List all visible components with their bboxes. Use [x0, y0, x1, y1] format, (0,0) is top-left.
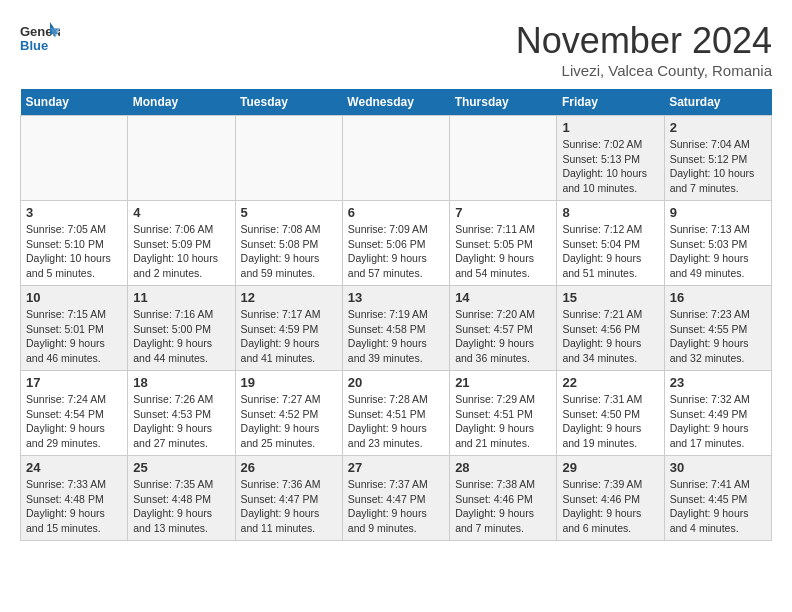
day-info: Sunrise: 7:04 AMSunset: 5:12 PMDaylight:… — [670, 137, 766, 196]
logo: General Blue — [20, 20, 60, 56]
day-number: 3 — [26, 205, 122, 220]
day-number: 19 — [241, 375, 337, 390]
day-info: Sunrise: 7:20 AMSunset: 4:57 PMDaylight:… — [455, 307, 551, 366]
day-number: 27 — [348, 460, 444, 475]
calendar-cell: 26Sunrise: 7:36 AMSunset: 4:47 PMDayligh… — [235, 456, 342, 541]
calendar-cell: 11Sunrise: 7:16 AMSunset: 5:00 PMDayligh… — [128, 286, 235, 371]
day-info: Sunrise: 7:17 AMSunset: 4:59 PMDaylight:… — [241, 307, 337, 366]
calendar-cell — [342, 116, 449, 201]
calendar-cell: 8Sunrise: 7:12 AMSunset: 5:04 PMDaylight… — [557, 201, 664, 286]
day-info: Sunrise: 7:11 AMSunset: 5:05 PMDaylight:… — [455, 222, 551, 281]
calendar-cell: 28Sunrise: 7:38 AMSunset: 4:46 PMDayligh… — [450, 456, 557, 541]
calendar-cell: 5Sunrise: 7:08 AMSunset: 5:08 PMDaylight… — [235, 201, 342, 286]
day-number: 14 — [455, 290, 551, 305]
day-number: 18 — [133, 375, 229, 390]
calendar-cell: 4Sunrise: 7:06 AMSunset: 5:09 PMDaylight… — [128, 201, 235, 286]
calendar-cell: 14Sunrise: 7:20 AMSunset: 4:57 PMDayligh… — [450, 286, 557, 371]
day-info: Sunrise: 7:12 AMSunset: 5:04 PMDaylight:… — [562, 222, 658, 281]
day-info: Sunrise: 7:32 AMSunset: 4:49 PMDaylight:… — [670, 392, 766, 451]
calendar-cell: 7Sunrise: 7:11 AMSunset: 5:05 PMDaylight… — [450, 201, 557, 286]
calendar-cell: 27Sunrise: 7:37 AMSunset: 4:47 PMDayligh… — [342, 456, 449, 541]
title-section: November 2024 Livezi, Valcea County, Rom… — [516, 20, 772, 79]
day-info: Sunrise: 7:21 AMSunset: 4:56 PMDaylight:… — [562, 307, 658, 366]
day-number: 29 — [562, 460, 658, 475]
day-number: 17 — [26, 375, 122, 390]
day-number: 13 — [348, 290, 444, 305]
day-info: Sunrise: 7:39 AMSunset: 4:46 PMDaylight:… — [562, 477, 658, 536]
week-row-4: 17Sunrise: 7:24 AMSunset: 4:54 PMDayligh… — [21, 371, 772, 456]
calendar-cell — [235, 116, 342, 201]
day-number: 4 — [133, 205, 229, 220]
week-row-3: 10Sunrise: 7:15 AMSunset: 5:01 PMDayligh… — [21, 286, 772, 371]
calendar-cell: 9Sunrise: 7:13 AMSunset: 5:03 PMDaylight… — [664, 201, 771, 286]
day-number: 2 — [670, 120, 766, 135]
calendar-cell: 24Sunrise: 7:33 AMSunset: 4:48 PMDayligh… — [21, 456, 128, 541]
weekday-header-tuesday: Tuesday — [235, 89, 342, 116]
day-info: Sunrise: 7:09 AMSunset: 5:06 PMDaylight:… — [348, 222, 444, 281]
day-number: 28 — [455, 460, 551, 475]
day-number: 24 — [26, 460, 122, 475]
day-info: Sunrise: 7:35 AMSunset: 4:48 PMDaylight:… — [133, 477, 229, 536]
day-info: Sunrise: 7:16 AMSunset: 5:00 PMDaylight:… — [133, 307, 229, 366]
day-info: Sunrise: 7:31 AMSunset: 4:50 PMDaylight:… — [562, 392, 658, 451]
week-row-1: 1Sunrise: 7:02 AMSunset: 5:13 PMDaylight… — [21, 116, 772, 201]
day-number: 12 — [241, 290, 337, 305]
day-info: Sunrise: 7:38 AMSunset: 4:46 PMDaylight:… — [455, 477, 551, 536]
week-row-5: 24Sunrise: 7:33 AMSunset: 4:48 PMDayligh… — [21, 456, 772, 541]
calendar-cell: 22Sunrise: 7:31 AMSunset: 4:50 PMDayligh… — [557, 371, 664, 456]
day-info: Sunrise: 7:24 AMSunset: 4:54 PMDaylight:… — [26, 392, 122, 451]
day-info: Sunrise: 7:15 AMSunset: 5:01 PMDaylight:… — [26, 307, 122, 366]
calendar-cell: 18Sunrise: 7:26 AMSunset: 4:53 PMDayligh… — [128, 371, 235, 456]
calendar-cell: 12Sunrise: 7:17 AMSunset: 4:59 PMDayligh… — [235, 286, 342, 371]
day-number: 16 — [670, 290, 766, 305]
day-number: 21 — [455, 375, 551, 390]
day-number: 30 — [670, 460, 766, 475]
day-number: 6 — [348, 205, 444, 220]
calendar-cell: 23Sunrise: 7:32 AMSunset: 4:49 PMDayligh… — [664, 371, 771, 456]
day-number: 11 — [133, 290, 229, 305]
day-number: 1 — [562, 120, 658, 135]
week-row-2: 3Sunrise: 7:05 AMSunset: 5:10 PMDaylight… — [21, 201, 772, 286]
day-number: 9 — [670, 205, 766, 220]
weekday-header-monday: Monday — [128, 89, 235, 116]
calendar-cell: 25Sunrise: 7:35 AMSunset: 4:48 PMDayligh… — [128, 456, 235, 541]
weekday-header-sunday: Sunday — [21, 89, 128, 116]
day-number: 5 — [241, 205, 337, 220]
day-info: Sunrise: 7:02 AMSunset: 5:13 PMDaylight:… — [562, 137, 658, 196]
page-header: General Blue November 2024 Livezi, Valce… — [20, 20, 772, 79]
day-info: Sunrise: 7:05 AMSunset: 5:10 PMDaylight:… — [26, 222, 122, 281]
calendar-cell: 30Sunrise: 7:41 AMSunset: 4:45 PMDayligh… — [664, 456, 771, 541]
day-info: Sunrise: 7:37 AMSunset: 4:47 PMDaylight:… — [348, 477, 444, 536]
calendar-cell: 16Sunrise: 7:23 AMSunset: 4:55 PMDayligh… — [664, 286, 771, 371]
calendar-cell: 1Sunrise: 7:02 AMSunset: 5:13 PMDaylight… — [557, 116, 664, 201]
month-title: November 2024 — [516, 20, 772, 62]
day-info: Sunrise: 7:26 AMSunset: 4:53 PMDaylight:… — [133, 392, 229, 451]
calendar-cell: 17Sunrise: 7:24 AMSunset: 4:54 PMDayligh… — [21, 371, 128, 456]
calendar-cell: 3Sunrise: 7:05 AMSunset: 5:10 PMDaylight… — [21, 201, 128, 286]
calendar-table: SundayMondayTuesdayWednesdayThursdayFrid… — [20, 89, 772, 541]
day-info: Sunrise: 7:06 AMSunset: 5:09 PMDaylight:… — [133, 222, 229, 281]
svg-text:Blue: Blue — [20, 38, 48, 53]
calendar-cell — [128, 116, 235, 201]
calendar-cell — [450, 116, 557, 201]
calendar-cell: 20Sunrise: 7:28 AMSunset: 4:51 PMDayligh… — [342, 371, 449, 456]
day-info: Sunrise: 7:36 AMSunset: 4:47 PMDaylight:… — [241, 477, 337, 536]
day-info: Sunrise: 7:23 AMSunset: 4:55 PMDaylight:… — [670, 307, 766, 366]
weekday-header-thursday: Thursday — [450, 89, 557, 116]
day-number: 8 — [562, 205, 658, 220]
day-info: Sunrise: 7:29 AMSunset: 4:51 PMDaylight:… — [455, 392, 551, 451]
day-number: 7 — [455, 205, 551, 220]
day-info: Sunrise: 7:41 AMSunset: 4:45 PMDaylight:… — [670, 477, 766, 536]
calendar-cell — [21, 116, 128, 201]
day-number: 15 — [562, 290, 658, 305]
day-info: Sunrise: 7:19 AMSunset: 4:58 PMDaylight:… — [348, 307, 444, 366]
weekday-header-row: SundayMondayTuesdayWednesdayThursdayFrid… — [21, 89, 772, 116]
weekday-header-saturday: Saturday — [664, 89, 771, 116]
day-number: 26 — [241, 460, 337, 475]
day-number: 22 — [562, 375, 658, 390]
day-info: Sunrise: 7:08 AMSunset: 5:08 PMDaylight:… — [241, 222, 337, 281]
calendar-cell: 19Sunrise: 7:27 AMSunset: 4:52 PMDayligh… — [235, 371, 342, 456]
calendar-cell: 2Sunrise: 7:04 AMSunset: 5:12 PMDaylight… — [664, 116, 771, 201]
day-number: 25 — [133, 460, 229, 475]
day-number: 20 — [348, 375, 444, 390]
